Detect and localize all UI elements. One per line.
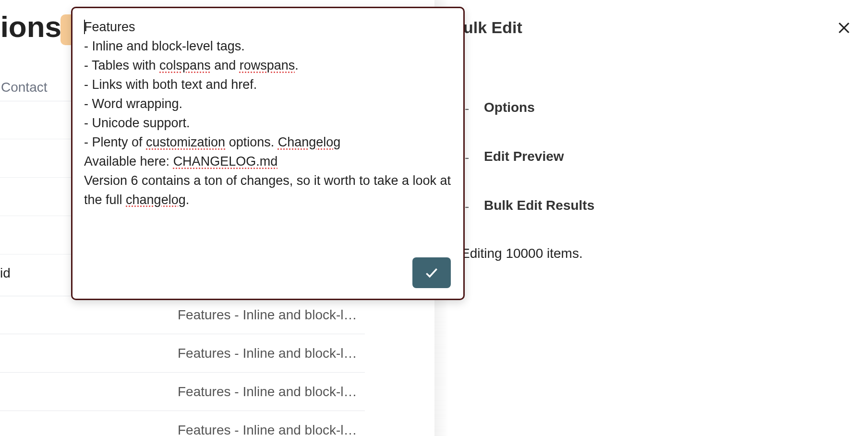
editor-actions xyxy=(84,257,452,289)
list-item[interactable]: Features - Inline and block-l… xyxy=(0,373,365,411)
panel-title-fragment: ulk Edit xyxy=(463,18,522,37)
section-label: Bulk Edit Results xyxy=(484,198,594,213)
section-label: Edit Preview xyxy=(484,149,564,164)
text-editor-popup: Features - Inline and block-level tags. … xyxy=(71,7,465,300)
list-item[interactable]: Features - Inline and block-l… xyxy=(0,334,365,373)
list-item[interactable]: Features - Inline and block-l… xyxy=(0,296,365,334)
close-icon xyxy=(837,21,851,35)
section-options[interactable]: Options xyxy=(465,100,594,115)
list-item-text: Features - Inline and block-l… xyxy=(178,384,357,400)
list-item-text: Features - Inline and block-l… xyxy=(178,346,357,361)
close-button[interactable] xyxy=(834,18,854,37)
list-item-text: Features - Inline and block-l… xyxy=(178,307,357,323)
check-icon xyxy=(424,265,439,280)
editor-textarea[interactable]: Features - Inline and block-level tags. … xyxy=(84,18,452,257)
column-header-contact: Contact xyxy=(0,80,48,95)
section-edit-preview[interactable]: Edit Preview xyxy=(465,149,594,164)
section-list: Options Edit Preview Bulk Edit Results xyxy=(465,100,594,247)
feature-rows: Features - Inline and block-l… Features … xyxy=(0,296,365,436)
list-item[interactable]: Features - Inline and block-l… xyxy=(0,411,365,436)
page-title-fragment: tions xyxy=(0,10,61,44)
status-text: Editing 10000 items. xyxy=(461,246,583,261)
section-bulk-edit-results[interactable]: Bulk Edit Results xyxy=(465,198,594,213)
confirm-button[interactable] xyxy=(412,257,451,288)
list-item-text: Features - Inline and block-l… xyxy=(178,423,357,436)
section-label: Options xyxy=(484,100,535,115)
column-header-id: id xyxy=(0,266,11,281)
